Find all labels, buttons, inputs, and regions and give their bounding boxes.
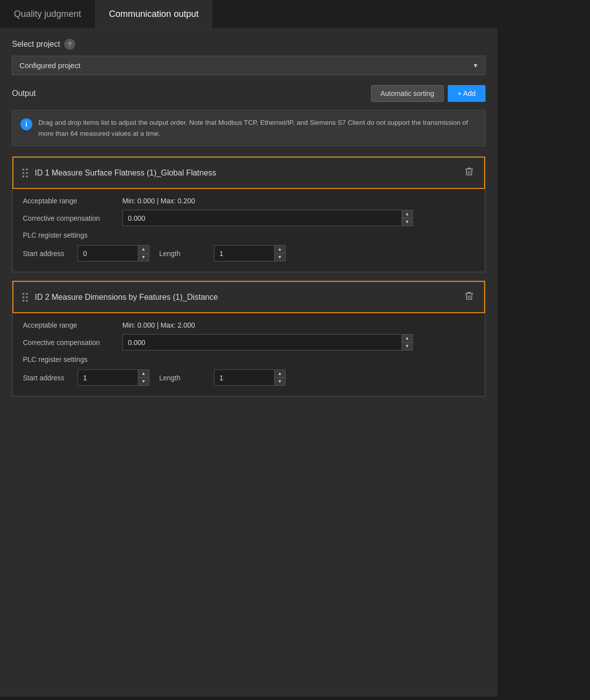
output-label: Output bbox=[12, 89, 36, 98]
drag-handle-1[interactable] bbox=[21, 168, 29, 178]
start-address-group-2: Start address ▲ ▼ bbox=[23, 369, 149, 386]
trash-icon-2 bbox=[464, 291, 474, 301]
select-project-label: Select project ? bbox=[12, 39, 486, 50]
corrective-compensation-input-2[interactable] bbox=[123, 335, 401, 350]
plc-section-label-2: PLC register settings bbox=[23, 355, 475, 363]
corrective-compensation-label-1: Corrective compensation bbox=[23, 214, 122, 222]
corrective-compensation-down-1[interactable]: ▼ bbox=[402, 218, 412, 226]
corrective-compensation-spinbox-btns-2: ▲ ▼ bbox=[401, 335, 412, 350]
delete-button-2[interactable] bbox=[462, 289, 476, 305]
drag-handle-2[interactable] bbox=[21, 292, 29, 303]
item-card-2: ID 2 Measure Dimensions by Features (1)_… bbox=[12, 280, 486, 397]
item-title-1: ID 1 Measure Surface Flatness (1)_Global… bbox=[35, 169, 216, 177]
info-text: Drag and drop items list to adjust the o… bbox=[38, 117, 477, 139]
length-input-1[interactable] bbox=[214, 246, 274, 261]
corrective-compensation-down-2[interactable]: ▼ bbox=[402, 343, 412, 350]
tab-communication[interactable]: Communication output bbox=[95, 0, 212, 28]
drag-dot bbox=[26, 300, 28, 302]
corrective-compensation-spinbox-btns-1: ▲ ▼ bbox=[401, 210, 412, 226]
acceptable-range-row-1: Acceptable range Min: 0.000 | Max: 0.200 bbox=[23, 197, 475, 205]
length-label-1: Length bbox=[159, 250, 209, 258]
start-address-down-1[interactable]: ▼ bbox=[138, 254, 149, 261]
item-card-1: ID 1 Measure Surface Flatness (1)_Global… bbox=[12, 156, 486, 272]
corrective-compensation-spinbox-1[interactable]: ▲ ▼ bbox=[122, 210, 413, 226]
corrective-compensation-label-2: Corrective compensation bbox=[23, 339, 122, 347]
length-group-1: Length ▲ ▼ bbox=[159, 245, 286, 262]
drag-dot bbox=[26, 296, 28, 298]
select-project-text: Select project bbox=[12, 40, 60, 49]
length-down-1[interactable]: ▼ bbox=[275, 254, 285, 261]
length-up-1[interactable]: ▲ bbox=[275, 246, 285, 254]
start-address-label-2: Start address bbox=[23, 374, 73, 382]
acceptable-range-label-2: Acceptable range bbox=[23, 321, 122, 329]
corrective-compensation-row-1: Corrective compensation ▲ ▼ bbox=[23, 210, 475, 226]
start-address-spinbox-1[interactable]: ▲ ▼ bbox=[78, 245, 149, 262]
acceptable-range-value-1: Min: 0.000 | Max: 0.200 bbox=[122, 197, 195, 205]
acceptable-range-label-1: Acceptable range bbox=[23, 197, 122, 205]
add-button[interactable]: + Add bbox=[448, 85, 486, 102]
drag-dot bbox=[26, 172, 28, 174]
length-input-2[interactable] bbox=[214, 370, 274, 385]
start-address-input-2[interactable] bbox=[78, 370, 138, 385]
item-body-1: Acceptable range Min: 0.000 | Max: 0.200… bbox=[12, 189, 485, 272]
drag-dot bbox=[22, 293, 24, 295]
start-address-down-2[interactable]: ▼ bbox=[138, 378, 149, 385]
corrective-compensation-up-1[interactable]: ▲ bbox=[402, 210, 412, 218]
drag-dot bbox=[22, 296, 24, 298]
delete-button-1[interactable] bbox=[462, 165, 476, 181]
drag-dot bbox=[26, 175, 28, 177]
item-header-left-2: ID 2 Measure Dimensions by Features (1)_… bbox=[21, 292, 218, 303]
project-dropdown[interactable]: Configured project bbox=[12, 56, 486, 75]
plc-section-label-1: PLC register settings bbox=[23, 231, 475, 239]
plc-spinbox-row-2: Start address ▲ ▼ Length ▲ bbox=[23, 369, 475, 386]
corrective-compensation-input-1[interactable] bbox=[123, 210, 401, 226]
drag-dot bbox=[22, 300, 24, 302]
drag-dot bbox=[22, 172, 24, 174]
start-address-group-1: Start address ▲ ▼ bbox=[23, 245, 149, 262]
plc-spinbox-row-1: Start address ▲ ▼ Length ▲ bbox=[23, 245, 475, 262]
start-address-label-1: Start address bbox=[23, 250, 73, 258]
length-up-2[interactable]: ▲ bbox=[275, 370, 285, 378]
output-header: Output Automatic sorting + Add bbox=[12, 85, 486, 102]
length-spinbox-btns-1: ▲ ▼ bbox=[274, 246, 285, 261]
length-group-2: Length ▲ ▼ bbox=[159, 369, 286, 386]
start-address-up-2[interactable]: ▲ bbox=[138, 370, 149, 378]
item-header-2[interactable]: ID 2 Measure Dimensions by Features (1)_… bbox=[12, 281, 485, 313]
start-address-spinbox-btns-1: ▲ ▼ bbox=[138, 246, 149, 261]
length-down-2[interactable]: ▼ bbox=[275, 378, 285, 385]
length-label-2: Length bbox=[159, 374, 209, 382]
project-dropdown-wrapper: Configured project ▼ bbox=[12, 56, 486, 75]
acceptable-range-value-2: Min: 0.000 | Max: 2.000 bbox=[122, 321, 195, 329]
item-header-left-1: ID 1 Measure Surface Flatness (1)_Global… bbox=[21, 168, 216, 178]
output-buttons: Automatic sorting + Add bbox=[371, 85, 486, 102]
auto-sort-button[interactable]: Automatic sorting bbox=[371, 85, 444, 102]
start-address-input-1[interactable] bbox=[78, 246, 138, 261]
corrective-compensation-up-2[interactable]: ▲ bbox=[402, 335, 412, 343]
length-spinbox-1[interactable]: ▲ ▼ bbox=[214, 245, 286, 262]
info-icon: i bbox=[20, 118, 32, 130]
help-icon[interactable]: ? bbox=[64, 39, 75, 50]
drag-dot bbox=[26, 293, 28, 295]
drag-dot bbox=[22, 175, 24, 177]
start-address-spinbox-2[interactable]: ▲ ▼ bbox=[78, 369, 149, 386]
item-title-2: ID 2 Measure Dimensions by Features (1)_… bbox=[35, 293, 218, 302]
drag-dot bbox=[22, 169, 24, 171]
start-address-spinbox-btns-2: ▲ ▼ bbox=[138, 370, 149, 385]
info-box: i Drag and drop items list to adjust the… bbox=[12, 110, 486, 146]
drag-dot bbox=[26, 169, 28, 171]
tab-quality[interactable]: Quality judgment bbox=[0, 0, 95, 28]
tab-bar: Quality judgment Communication output bbox=[0, 0, 497, 29]
length-spinbox-btns-2: ▲ ▼ bbox=[274, 370, 285, 385]
main-content: Select project ? Configured project ▼ Ou… bbox=[0, 29, 497, 697]
item-header-1[interactable]: ID 1 Measure Surface Flatness (1)_Global… bbox=[12, 157, 485, 189]
corrective-compensation-spinbox-2[interactable]: ▲ ▼ bbox=[122, 334, 413, 350]
trash-icon-1 bbox=[464, 167, 474, 176]
length-spinbox-2[interactable]: ▲ ▼ bbox=[214, 369, 286, 386]
start-address-up-1[interactable]: ▲ bbox=[138, 246, 149, 254]
corrective-compensation-row-2: Corrective compensation ▲ ▼ bbox=[23, 334, 475, 350]
item-body-2: Acceptable range Min: 0.000 | Max: 2.000… bbox=[12, 313, 485, 396]
acceptable-range-row-2: Acceptable range Min: 0.000 | Max: 2.000 bbox=[23, 321, 475, 329]
